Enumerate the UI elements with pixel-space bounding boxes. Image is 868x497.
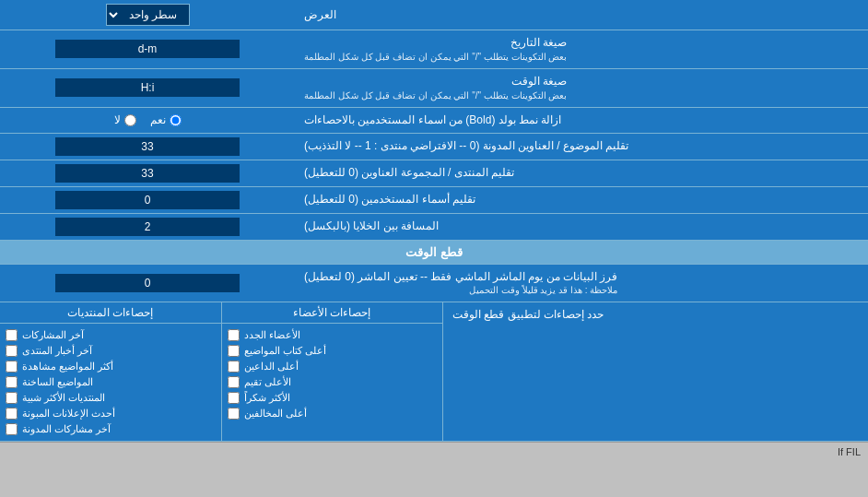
cb-item-most-viewed: أكثر المواضيع مشاهدة (6, 359, 216, 374)
checkbox-last-blog-posts[interactable] (6, 423, 18, 435)
label-date-format: صيغة التاريخ بعض التكوينات يتطلب "/" الت… (295, 30, 868, 68)
cb-item-top-rated: الأعلى تقيم (228, 374, 438, 390)
cb-item-top-violators: أعلى المخالفين (228, 406, 438, 421)
bottom-bar: If FIL (0, 442, 868, 461)
cb-item-hot-topics: المواضيع الساخنة (6, 374, 216, 390)
row-cell-spacing: المسافة بين الخلايا (بالبكسل) (0, 214, 868, 241)
radio-yes[interactable] (170, 114, 182, 126)
checkbox-top-topic-writers[interactable] (228, 345, 240, 357)
cb-header-members: إحصاءات الأعضاء (221, 302, 443, 323)
section-header-time-cut: قطع الوقت (0, 241, 868, 265)
input-user-names (0, 187, 295, 213)
row-bold-remove: ازالة نمط بولد (Bold) من اسماء المستخدمي… (0, 108, 868, 134)
checkbox-new-members[interactable] (228, 329, 240, 341)
input-time-cut (0, 265, 295, 302)
label-user-names: تقليم أسماء المستخدمين (0 للتعطيل) (295, 187, 868, 213)
row-time-cut: فرز البيانات من يوم الماشر الماشي فقط --… (0, 265, 868, 303)
main-container: العرض سطر واحد سطرين صيغة التاريخ بعض ال… (0, 0, 868, 461)
checkbox-columns: إحصاءات الأعضاء إحصاءات المنتديات الأعضا… (0, 302, 442, 441)
input-date-format (0, 30, 295, 68)
checkbox-forum-news[interactable] (6, 345, 18, 357)
checkbox-most-thanks[interactable] (228, 392, 240, 404)
checkbox-most-viewed[interactable] (6, 361, 18, 373)
text-forum-titles[interactable] (55, 164, 240, 183)
label-stats-limit: حدد إحصاءات لتطبيق قطع الوقت (442, 302, 868, 441)
label-time-format: صيغة الوقت بعض التكوينات يتطلب "/" التي … (295, 69, 868, 107)
text-time-cut[interactable] (55, 274, 240, 292)
text-date-format[interactable] (55, 40, 240, 58)
label-forum-titles: تقليم المنتدى / المجموعة العناوين (0 للت… (295, 160, 868, 186)
checkbox-top-violators[interactable] (228, 408, 240, 420)
cb-headers-row: إحصاءات الأعضاء إحصاءات المنتديات (0, 302, 442, 324)
cb-header-forums: إحصاءات المنتديات (0, 302, 221, 323)
cb-item-most-thanks: الأكثر شكراً (228, 390, 438, 406)
radio-label-yes: نعم (150, 113, 182, 126)
cb-item-last-blog-posts: آخر مشاركات المدونة (6, 421, 216, 437)
row-time-format: صيغة الوقت بعض التكوينات يتطلب "/" التي … (0, 69, 868, 108)
label-display-mode: العرض (295, 0, 868, 30)
input-display-mode: سطر واحد سطرين (0, 0, 295, 30)
row-date-format: صيغة التاريخ بعض التكوينات يتطلب "/" الت… (0, 30, 868, 69)
cb-item-top-topic-writers: أعلى كتاب المواضيع (228, 343, 438, 359)
text-topic-titles[interactable] (55, 137, 240, 156)
row-topic-titles: تقليم الموضوع / العناوين المدونة (0 -- ا… (0, 134, 868, 160)
input-time-format (0, 69, 295, 107)
radio-group-bold: نعم لا (114, 113, 182, 126)
input-topic-titles (0, 134, 295, 160)
label-cell-spacing: المسافة بين الخلايا (بالبكسل) (295, 214, 868, 240)
checkbox-top-inviters[interactable] (228, 361, 240, 373)
checkbox-hot-topics[interactable] (6, 376, 18, 388)
label-bold-remove: ازالة نمط بولد (Bold) من اسماء المستخدمي… (295, 108, 868, 133)
radio-no[interactable] (124, 114, 136, 126)
cb-item-most-similar-forums: المنتديات الأكثر شبية (6, 390, 216, 406)
cb-col-forums: آخر المشاركات آخر أخبار المنتدى أكثر الم… (0, 324, 221, 441)
cb-item-latest-announcements: أحدث الإعلانات المبونة (6, 406, 216, 421)
row-display-mode: العرض سطر واحد سطرين (0, 0, 868, 30)
cb-item-last-posts: آخر المشاركات (6, 327, 216, 343)
label-topic-titles: تقليم الموضوع / العناوين المدونة (0 -- ا… (295, 134, 868, 160)
cb-items-row: الأعضاء الجدد أعلى كتاب المواضيع أعلى ال… (0, 324, 442, 441)
checkbox-top-rated[interactable] (228, 376, 240, 388)
cb-item-top-inviters: أعلى الداعين (228, 359, 438, 374)
checkboxes-wrapper: حدد إحصاءات لتطبيق قطع الوقت إحصاءات الأ… (0, 302, 868, 442)
label-time-cut: فرز البيانات من يوم الماشر الماشي فقط --… (295, 265, 868, 302)
row-forum-titles: تقليم المنتدى / المجموعة العناوين (0 للت… (0, 160, 868, 187)
checkbox-most-similar-forums[interactable] (6, 392, 18, 404)
input-forum-titles (0, 160, 295, 186)
checkbox-latest-announcements[interactable] (6, 408, 18, 420)
select-display-mode[interactable]: سطر واحد سطرين (106, 4, 190, 26)
bottom-text: If FIL (838, 446, 861, 457)
cb-item-new-members: الأعضاء الجدد (228, 327, 438, 343)
checkbox-last-posts[interactable] (6, 329, 18, 341)
cb-item-forum-news: آخر أخبار المنتدى (6, 343, 216, 359)
text-time-format[interactable] (55, 78, 240, 97)
input-cell-spacing (0, 214, 295, 240)
input-bold-remove: نعم لا (0, 108, 295, 133)
radio-label-no: لا (114, 113, 136, 126)
text-cell-spacing[interactable] (55, 218, 240, 236)
cb-col-members: الأعضاء الجدد أعلى كتاب المواضيع أعلى ال… (221, 324, 443, 441)
row-user-names: تقليم أسماء المستخدمين (0 للتعطيل) (0, 187, 868, 214)
text-user-names[interactable] (55, 191, 240, 209)
